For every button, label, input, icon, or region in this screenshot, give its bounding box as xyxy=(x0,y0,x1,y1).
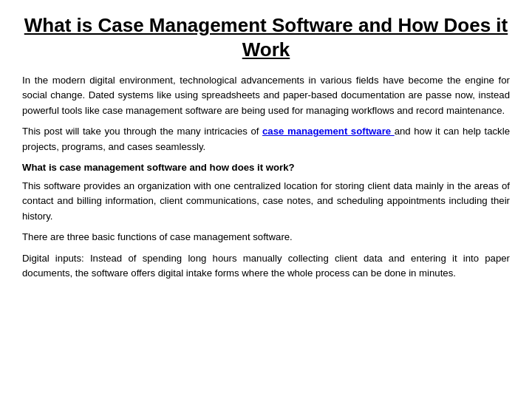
case-management-link[interactable]: case management software xyxy=(262,126,395,137)
pre-link-text: This post will take you through the many… xyxy=(22,126,262,137)
link-paragraph: This post will take you through the many… xyxy=(22,124,510,154)
page-container: What is Case Management Software and How… xyxy=(0,0,532,399)
intro-text: In the modern digital environment, techn… xyxy=(22,75,510,116)
three-functions-paragraph: There are three basic functions of case … xyxy=(22,230,510,245)
software-desc-paragraph: This software provides an organization w… xyxy=(22,179,510,224)
intro-paragraph: In the modern digital environment, techn… xyxy=(22,73,510,118)
page-title: What is Case Management Software and How… xyxy=(22,13,510,61)
digital-inputs-paragraph: Digital inputs: Instead of spending long… xyxy=(22,251,510,282)
bold-heading: What is case management software and how… xyxy=(22,160,510,175)
